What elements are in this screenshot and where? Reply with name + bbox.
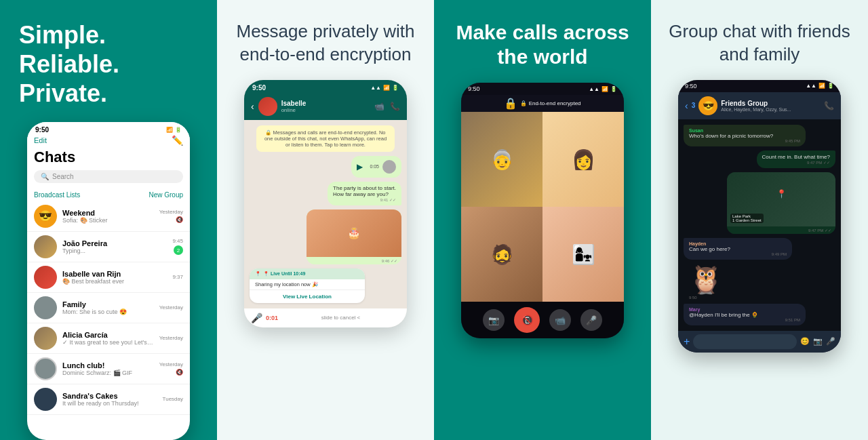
- group-body: Susan Who's down for a picnic tomorrow? …: [678, 119, 841, 331]
- status-bar-2: 9:50 ▲▲📶🔋: [244, 80, 407, 93]
- map-bubble: 📍 Lake Park1 Garden Street 9:47 PM ✓✓: [727, 172, 835, 234]
- chat-preview: 🎨 Best breakfast ever: [62, 278, 167, 285]
- list-item[interactable]: Alicia García ✓ It was great to see you!…: [27, 323, 190, 354]
- list-item[interactable]: Sandra's Cakes It will be ready on Thurs…: [27, 384, 190, 415]
- chat-preview: Sofia: 🎨 Sticker: [62, 217, 154, 224]
- compose-icon[interactable]: ✏️: [172, 135, 183, 146]
- mic-icon[interactable]: 🎤: [251, 313, 262, 323]
- add-content-icon[interactable]: +: [684, 336, 690, 348]
- chat-info: Isabelle van Rijn 🎨 Best breakfast ever: [62, 270, 167, 285]
- audio-avatar: [382, 160, 396, 174]
- sticker-time: 9:50: [689, 296, 723, 300]
- chat-meta: Yesterday 🔇: [159, 209, 183, 223]
- photo-placeholder: 🎂: [307, 209, 401, 257]
- group-avatar: 😎: [698, 96, 717, 115]
- search-placeholder: Search: [52, 173, 74, 180]
- sticker-bubble: 🦉 9:50: [684, 264, 728, 300]
- time-2: 9:50: [252, 84, 266, 92]
- play-icon[interactable]: ▶: [357, 162, 363, 172]
- panel2-headline: Message privately with end-to-end encryp…: [231, 20, 420, 66]
- audio-bubble: ▶ 0:05: [351, 156, 401, 178]
- map-placeholder: 📍 Lake Park1 Garden Street: [727, 172, 835, 226]
- list-item[interactable]: João Pereira Typing... 9:45 2: [27, 232, 190, 262]
- video-cell-2: 👩: [542, 112, 624, 207]
- list-item[interactable]: Family Mom: She is so cute 😍 Yesterday: [27, 293, 190, 323]
- chat-name: João Pereira: [62, 239, 167, 247]
- video-call-icon[interactable]: 📹: [374, 102, 384, 111]
- video-button[interactable]: 📹: [549, 309, 571, 331]
- status-icons-3: ▲▲📶🔋: [589, 86, 617, 92]
- video-cell-4: 👩‍👧: [542, 207, 624, 302]
- video-grid: 👵 👩 🧔 👩‍👧: [461, 112, 624, 302]
- view-live-location-button[interactable]: View Live Location: [250, 289, 365, 303]
- message-time: 9:51 PM: [689, 318, 800, 322]
- chat-meta: Yesterday 🔇: [159, 361, 183, 376]
- chat-name: Family: [62, 300, 154, 308]
- group-call-icon[interactable]: 📞: [824, 101, 834, 111]
- chat-meta: 9:37: [172, 274, 183, 280]
- chat-preview: Dominic Schwarz: 🎬 GIF: [62, 369, 154, 376]
- group-phone-mockup: 9:50 ▲▲📶🔋 ‹ 3 😎 Friends Group Alice, Hay…: [678, 80, 841, 353]
- camera-input-icon[interactable]: 📷: [813, 337, 823, 346]
- chat-name: Lunch club!: [62, 361, 154, 369]
- encryption-notice: 🔒 Messages and calls are end-to-end encr…: [256, 125, 395, 152]
- sent-message: Count me in. But what time? 9:47 PM ✓✓: [757, 151, 836, 168]
- group-name: Friends Group: [721, 100, 821, 107]
- back-arrow-icon[interactable]: ‹: [685, 100, 688, 111]
- live-icon: 📍: [255, 271, 261, 277]
- emoji-icon[interactable]: 😊: [800, 337, 810, 346]
- video-status-bar: 9:50 ▲▲📶🔋: [461, 83, 624, 95]
- mary-message: Mary @Hayden I'll be bring the 🌻 9:51 PM: [684, 304, 806, 325]
- chat-preview: ✓ It was great to see you! Let's catch u…: [62, 339, 154, 346]
- mic-input-icon[interactable]: 🎤: [826, 337, 835, 346]
- new-group-link[interactable]: New Group: [149, 191, 183, 199]
- camera-button[interactable]: 📷: [483, 309, 505, 331]
- status-bar-1: 9:50 ▲▲📶🔋: [27, 122, 190, 135]
- contact-name: Isabelle: [281, 100, 370, 107]
- muted-icon: 🔇: [176, 369, 183, 376]
- list-item[interactable]: Lunch club! Dominic Schwarz: 🎬 GIF Yeste…: [27, 354, 190, 384]
- avatar: [34, 266, 57, 289]
- message-input[interactable]: [693, 334, 797, 349]
- panel-encryption: Message privately with end-to-end encryp…: [217, 0, 434, 440]
- voice-call-icon[interactable]: 📞: [390, 102, 400, 111]
- chat-info: João Pereira Typing...: [62, 239, 167, 254]
- message-text: @Hayden I'll be bring the 🌻: [689, 312, 800, 318]
- contact-status: online: [281, 107, 370, 113]
- back-arrow-icon[interactable]: ‹: [251, 101, 254, 112]
- slide-cancel-text: slide to cancel <: [281, 315, 400, 321]
- message-text: Count me in. But what time?: [762, 154, 831, 160]
- chat-name: Sandra's Cakes: [62, 392, 157, 400]
- group-info: Friends Group Alice, Hayden, Mary, Ozzy,…: [721, 100, 821, 112]
- chat-info: Family Mom: She is so cute 😍: [62, 300, 154, 315]
- avatar: [34, 327, 57, 350]
- phone-mockup-2: 9:50 ▲▲📶🔋 ‹ Isabelle online 📹 📞 🔒 Messag…: [244, 80, 407, 327]
- avatar: [34, 296, 57, 319]
- search-bar[interactable]: 🔍 Search: [34, 170, 183, 183]
- broadcast-lists-link[interactable]: Broadcast Lists: [34, 191, 80, 199]
- location-sharing-text: Sharing my location now 🎉: [250, 279, 365, 289]
- chat-meta: Tuesday: [163, 396, 183, 402]
- status-icons-2: ▲▲📶🔋: [370, 85, 399, 91]
- avatar: 😎: [34, 205, 57, 228]
- photo-bubble: 🎂 9:46 ✓✓: [307, 209, 401, 264]
- chat-name: Alicia García: [62, 331, 154, 339]
- avatar: [34, 388, 57, 411]
- chat-name: Weekend: [62, 209, 154, 217]
- contact-info: Isabelle online: [281, 100, 370, 113]
- chat-name: Isabelle van Rijn: [62, 270, 167, 278]
- mic-mute-button[interactable]: 🎤: [580, 309, 602, 331]
- chat-meta: Yesterday: [159, 335, 183, 341]
- avatar: [34, 357, 57, 380]
- edit-button[interactable]: Edit: [34, 136, 47, 144]
- message-time: 9:45 PM: [689, 139, 800, 143]
- end-call-button[interactable]: 📵: [514, 307, 540, 333]
- record-time: 0:01: [266, 315, 278, 321]
- list-item[interactable]: 😎 Weekend Sofia: 🎨 Sticker Yesterday 🔇: [27, 201, 190, 232]
- video-cell-3: 🧔: [461, 207, 542, 302]
- message-time: 9:49 PM: [689, 252, 787, 256]
- list-item[interactable]: Isabelle van Rijn 🎨 Best breakfast ever …: [27, 262, 190, 293]
- chat-header: ‹ Isabelle online 📹 📞: [244, 93, 407, 120]
- chat-meta: Yesterday: [159, 304, 183, 311]
- group-members: Alice, Hayden, Mary, Ozzy, Sus...: [721, 107, 821, 112]
